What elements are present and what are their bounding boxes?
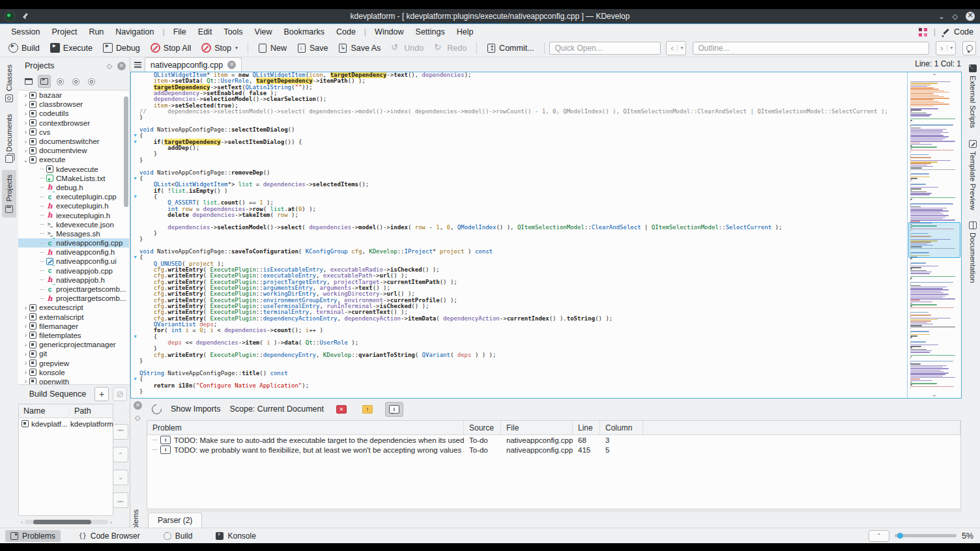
filter-errors-button[interactable]: ✕ <box>333 403 350 416</box>
fold-marker-icon[interactable]: ▼ <box>131 194 139 200</box>
build-settings-button[interactable] <box>53 75 66 88</box>
filter-info-button[interactable]: i <box>385 402 403 417</box>
minimize-icon[interactable]: ⌄ <box>938 13 944 20</box>
move-bottom-button[interactable]: ⌃ <box>113 492 128 508</box>
tree-item-nativeappjob-cpp[interactable]: cnativeappjob.cpp <box>18 266 129 276</box>
tree-item-genericprojectmanager[interactable]: ›genericprojectmanager <box>18 340 129 349</box>
statusbar-code-browser-button[interactable]: {}Code Browser <box>74 530 145 542</box>
float-panel-icon[interactable]: ◇ <box>107 62 112 70</box>
dock-tab-classes[interactable]: Classes <box>2 60 16 107</box>
expander-closed-icon[interactable]: › <box>22 147 29 154</box>
build-sequence-hscrollbar[interactable]: ‹› <box>21 519 112 525</box>
refresh-icon[interactable] <box>150 402 164 416</box>
tree-item-contextbrowser[interactable]: ›contextbrowser <box>18 119 129 128</box>
save-button[interactable]: Save <box>293 42 333 55</box>
stop-all-button[interactable]: Stop All <box>146 41 195 55</box>
minimap[interactable]: ⌃ ⌃ <box>907 72 961 398</box>
tree-item-grepview[interactable]: ›grepview <box>18 358 129 367</box>
tree-item-executeplugin-h[interactable]: hexecuteplugin.h <box>18 201 129 210</box>
configure-project-button[interactable] <box>85 75 98 88</box>
minimap-scroll-up-icon[interactable]: ⌃ <box>908 72 961 80</box>
tree-item-nativeappconfig-ui[interactable]: nativeappconfig.ui <box>18 257 129 266</box>
undo-button[interactable]: Undo <box>386 41 428 55</box>
tree-scrollbar[interactable] <box>124 96 128 207</box>
dropdown-chevron-icon[interactable]: ▾ <box>235 45 238 51</box>
tree-item-filetemplates[interactable]: ›filetemplates <box>18 331 129 340</box>
tree-item-bazaar[interactable]: ›bazaar <box>18 91 129 100</box>
tree-item-projecttargetscomb[interactable]: cprojecttargetscomb... <box>18 285 129 294</box>
problem-row[interactable]: iTODO: we probably want to flexibilize, … <box>147 445 960 455</box>
statusbar-expand-button[interactable]: ⌃ <box>869 530 889 542</box>
expander-closed-icon[interactable]: › <box>22 341 29 348</box>
minimap-scroll-down-icon[interactable]: ⌃ <box>908 390 961 398</box>
menu-settings[interactable]: Settings <box>410 27 451 36</box>
column-header-name[interactable]: Name <box>19 406 70 416</box>
build-sequence-row[interactable]: kdevplatf... kdevplatform <box>19 418 113 429</box>
tree-item-iexecuteplugin-h[interactable]: hiexecuteplugin.h <box>18 210 129 219</box>
zoom-slider-knob[interactable] <box>897 533 903 539</box>
menu-tools[interactable]: Tools <box>218 27 248 36</box>
tree-item-executescript[interactable]: ›executescript <box>18 303 129 312</box>
filter-warnings-button[interactable]: ! <box>359 403 376 416</box>
menu-navigation[interactable]: Navigation <box>109 27 160 36</box>
column-header-path[interactable]: Path <box>70 406 113 416</box>
column-header-problem[interactable]: Problem <box>147 421 464 434</box>
tree-item-nativeappconfig-cpp[interactable]: cnativeappconfig.cpp <box>18 238 129 247</box>
tree-item-cmakelists-txt[interactable]: CMakeLists.txt <box>18 174 129 183</box>
code-editor[interactable]: QListWidgetItem* item = new QListWidgetI… <box>130 72 962 399</box>
expander-closed-icon[interactable]: › <box>22 110 29 117</box>
open-project-folder-button[interactable] <box>22 75 35 88</box>
minimap-viewport[interactable] <box>908 222 960 258</box>
menu-bookmarks[interactable]: Bookmarks <box>278 27 330 36</box>
dock-tab-documentation[interactable]: Documentation <box>967 217 978 287</box>
tree-item-nativeappjob-h[interactable]: hnativeappjob.h <box>18 276 129 285</box>
column-header-source[interactable]: Source <box>464 421 501 434</box>
expander-closed-icon[interactable]: › <box>22 360 29 367</box>
menu-code[interactable]: Code <box>330 27 362 36</box>
column-header-file[interactable]: File <box>501 421 573 434</box>
area-switcher-icon[interactable] <box>919 28 927 36</box>
tree-item-externalscript[interactable]: ›externalscript <box>18 313 129 322</box>
tree-item-classbrowser[interactable]: ›classbrowser <box>18 100 129 109</box>
move-down-button[interactable]: ⌃ <box>113 470 128 485</box>
fold-marker-icon[interactable]: ▼ <box>131 133 139 139</box>
problem-row[interactable]: iTODO: Make sure to auto-add the executa… <box>147 435 960 445</box>
fold-marker-icon[interactable]: ▼ <box>131 376 139 382</box>
add-build-item-button[interactable]: + <box>94 387 109 401</box>
expander-open-icon[interactable]: ⌄ <box>22 156 29 163</box>
outline-input[interactable] <box>693 42 929 55</box>
dock-tab-external-scripts[interactable]: External Scripts <box>967 60 978 133</box>
menu-window[interactable]: Window <box>369 27 409 36</box>
fold-marker-icon[interactable]: ▼ <box>131 255 139 261</box>
build-button[interactable]: Build <box>4 41 44 55</box>
menu-session[interactable]: Session <box>5 27 46 36</box>
menu-file[interactable]: File <box>167 27 192 36</box>
tree-item-filemanager[interactable]: ›filemanager <box>18 322 129 331</box>
tree-item-debug-h[interactable]: hdebug.h <box>18 183 129 192</box>
tree-item-openwith[interactable]: ›openwith <box>18 377 129 384</box>
fold-marker-icon[interactable]: ▼ <box>131 139 139 145</box>
expander-closed-icon[interactable]: › <box>22 138 29 145</box>
statusbar-konsole-button[interactable]: Konsole <box>210 530 261 542</box>
forward-dropdown-icon[interactable]: ▾ <box>947 45 955 51</box>
tree-item-konsole[interactable]: ›konsole <box>18 368 129 377</box>
commit-button[interactable]: Commit... <box>482 42 538 55</box>
expander-closed-icon[interactable]: › <box>22 92 29 99</box>
document-list-icon[interactable] <box>130 58 145 72</box>
back-dropdown-icon[interactable]: ▾ <box>677 45 685 51</box>
float-problems-icon[interactable]: ◇ <box>135 414 147 422</box>
tree-item-cvs[interactable]: ›cvs <box>18 128 129 137</box>
tree-item-kdevexecute[interactable]: kdevexecute <box>18 165 129 174</box>
menu-help[interactable]: Help <box>451 27 480 36</box>
redo-button[interactable]: Redo <box>429 41 471 55</box>
close-panel-icon[interactable]: ✕ <box>117 62 126 70</box>
expander-closed-icon[interactable]: › <box>22 304 29 311</box>
dock-tab-documents[interactable]: Documents <box>2 109 16 167</box>
menu-project[interactable]: Project <box>46 27 83 36</box>
menu-edit[interactable]: Edit <box>192 27 218 36</box>
close-problems-icon[interactable]: ✕ <box>134 401 142 410</box>
expander-closed-icon[interactable]: › <box>22 369 29 376</box>
expander-closed-icon[interactable]: › <box>22 101 29 108</box>
quick-open-input[interactable] <box>549 42 661 55</box>
fold-marker-icon[interactable]: ▼ <box>131 334 139 340</box>
